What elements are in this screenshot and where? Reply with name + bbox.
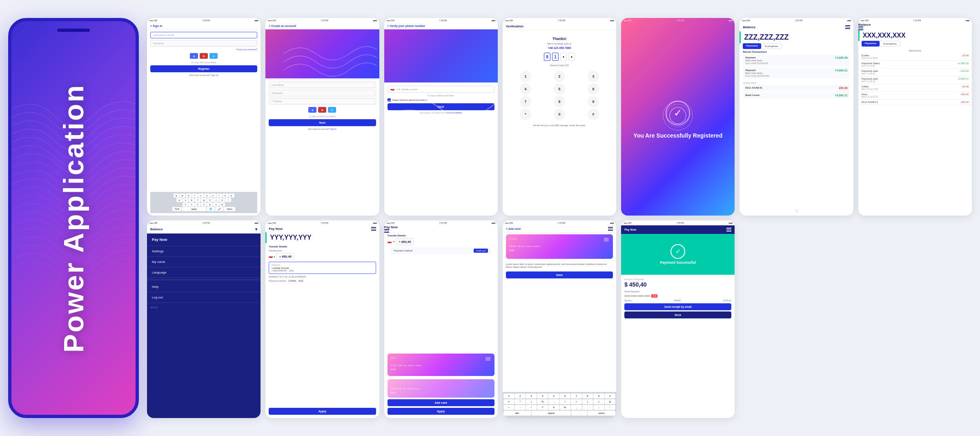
pin-digit-1[interactable]: 8: [544, 53, 550, 61]
hamburger-icon-bot[interactable]: [858, 27, 972, 30]
create-social-c[interactable]: c: [328, 107, 336, 113]
registered-body: ✓ You Are Successfully Registered: [621, 23, 735, 216]
numpad-6[interactable]: 6: [588, 83, 599, 95]
create-password-input[interactable]: Password: [269, 90, 376, 96]
numpad-3[interactable]: 3: [588, 71, 599, 82]
signin-header: < Sign in: [147, 23, 261, 29]
create-social-a[interactable]: a: [308, 107, 316, 113]
thanks-text: Thanks!: [506, 37, 613, 41]
hamburger-icon[interactable]: [845, 25, 850, 29]
screen-registered: ●●● SIM 7:43 PM ■■■ ✓ You Are Successful…: [621, 18, 735, 216]
social-btn-b[interactable]: b: [200, 53, 208, 59]
paynow2-add-card-btn[interactable]: Add card: [388, 399, 494, 406]
numpad-8[interactable]: 8: [554, 96, 565, 107]
menu-settings[interactable]: Settings: [147, 246, 261, 257]
transaction-item-3: N111 AAAB 01 200.00: [743, 85, 850, 91]
statusbar-addcard: ●●● SIM 7:43 PM ■■■: [503, 220, 616, 225]
tx-shop: ShopMarch 21 at 21:05 -200.00: [858, 92, 972, 100]
verification-header: Verification: [503, 23, 616, 30]
social-buttons: a b c: [150, 53, 257, 59]
verification-body: Thanks! We're sending code to +48 123 45…: [503, 30, 616, 216]
card-number-row: XXXX XXXX XXXX XXXX X00: [624, 294, 731, 298]
back-btn-addcard[interactable]: < Add card: [506, 227, 521, 230]
numpad-4[interactable]: 4: [520, 83, 531, 95]
paynow1-apply-btn[interactable]: Apply: [269, 408, 376, 415]
screen-balance-top: ●●● SIM 7:43 PM ■■■ Balance ZZZ,ZZZ,ZZZ …: [739, 18, 853, 216]
chevron-down-icon[interactable]: ▾: [255, 227, 257, 231]
save-btn[interactable]: Save: [506, 271, 613, 278]
keyboard: qwertyuiop asdfghjkl zxcvbnm ?123 space …: [150, 192, 257, 213]
pin-digit-4[interactable]: •: [568, 53, 575, 61]
forgot-password-link[interactable]: Forgot your password?: [150, 48, 257, 51]
approved-by-label: Approved by: [858, 48, 972, 53]
flag-icon: 🇵🇱: [269, 255, 273, 258]
balance-bot-title: Balance: [858, 23, 871, 27]
password-input[interactable]: Password: [150, 40, 257, 47]
menu-language[interactable]: Language: [147, 267, 261, 278]
menu-help[interactable]: Help: [147, 282, 261, 292]
pin-digit-2[interactable]: 1: [552, 53, 559, 61]
username-input[interactable]: Username or Email: [150, 32, 257, 38]
statusbar-paynow2: ●●● SIM 7:42 PM ■■■: [384, 220, 498, 225]
hamburger-icon-paynow2[interactable]: [384, 229, 498, 233]
balance-top-header: Balance: [739, 23, 853, 31]
statusbar-verification: ●●● SIM 7:45 PM ■■■: [503, 18, 616, 23]
numpad-5[interactable]: 5: [554, 83, 565, 95]
create-social-b[interactable]: b: [318, 107, 326, 113]
signin-link[interactable]: Sign In: [330, 128, 337, 130]
amount-box-1[interactable]: $ 450,40: [276, 253, 294, 260]
balance-tabs: Payments In progress: [739, 43, 853, 51]
numpad-7[interactable]: 7: [520, 96, 531, 107]
paynow2-apply-btn[interactable]: Apply: [388, 408, 494, 415]
hamburger-icon-paynow1[interactable]: [371, 227, 376, 231]
country-input[interactable]: * Country: [269, 98, 376, 105]
statusbar-paynow1: ●●● SIM 7:42 PM ■■■: [265, 220, 379, 225]
register-button[interactable]: Register: [150, 65, 257, 72]
expand-icon[interactable]: ∨: [739, 206, 853, 216]
payment-successful-title: Payment Successful: [660, 260, 696, 265]
signup-link[interactable]: Sign Up: [211, 74, 218, 76]
signin-body: Username or Email Password Forgot your p…: [147, 29, 261, 216]
tx-paycheck-salary: Paycheck SalaryApril 6 at 14:20 +2,300.5…: [858, 61, 972, 69]
statusbar-menu: ●●● SIM 7:42 PM ■■■: [147, 220, 261, 225]
from-row-2: 🇵🇱 ▾ $ 450,40: [388, 238, 494, 245]
credit-card-badge[interactable]: Credit card: [474, 249, 488, 253]
numpad-0[interactable]: 0: [554, 109, 565, 120]
tab-inprogress-bot[interactable]: In progress: [880, 41, 900, 47]
resend-code[interactable]: Resend Code 0:52: [506, 64, 613, 67]
tab-payments[interactable]: Payments: [743, 43, 761, 49]
balance-bot-header: Balance: [858, 23, 972, 30]
success-teal-area: ✓ Payment Successful: [621, 234, 735, 275]
lastname-input[interactable]: Last Name: [269, 82, 376, 88]
menu-pay-now[interactable]: Pay Now: [147, 234, 261, 246]
back-btn-create[interactable]: < Create an account: [269, 24, 296, 27]
tab-payments-bot[interactable]: Payments: [862, 41, 880, 47]
numpad-9[interactable]: 9: [588, 96, 599, 107]
numpad-star[interactable]: *: [520, 109, 531, 120]
recipient-box[interactable]: Recipient LOREM IPSUM +380123456789 ....…: [269, 262, 376, 274]
pin-digit-3[interactable]: •: [560, 53, 567, 61]
menu-my-cards[interactable]: My cards: [147, 257, 261, 267]
numpad-2[interactable]: 2: [554, 71, 565, 82]
hamburger-icon-addcard[interactable]: [608, 227, 613, 231]
hamburger-icon-success[interactable]: [726, 228, 731, 231]
create-or-text: Or Sign up With Social Media: [269, 115, 376, 118]
numpad-1[interactable]: 1: [520, 71, 531, 82]
statusbar-create: ●●● SIM 7:43 PM ■■■: [265, 18, 379, 23]
tab-inprogress[interactable]: In progress: [761, 43, 782, 49]
card-chip: [486, 357, 490, 361]
screen-payment-success: ●●● SIM 7:43 PM ■■■ Pay Now ✓ Payment Su…: [621, 220, 735, 418]
social-btn-a[interactable]: a: [190, 53, 198, 59]
menu-logout[interactable]: Log out: [147, 292, 261, 303]
menu-balance-title: Balance: [150, 227, 163, 231]
send-receipt-btn[interactable]: Send receipt by email: [624, 303, 731, 310]
create-next-btn[interactable]: Next: [269, 119, 376, 126]
registered-circle-container: ✓: [662, 99, 694, 132]
numpad-hash[interactable]: #: [588, 109, 599, 120]
flag-2: 🇵🇱: [388, 240, 392, 244]
method-row: Payment method LOREM ...4031: [269, 280, 376, 282]
back-btn-signin[interactable]: < Sign in: [150, 24, 162, 27]
amount-box-2[interactable]: $ 450,40: [396, 238, 414, 245]
social-btn-c[interactable]: c: [209, 53, 218, 59]
done-btn[interactable]: Done: [624, 311, 731, 318]
